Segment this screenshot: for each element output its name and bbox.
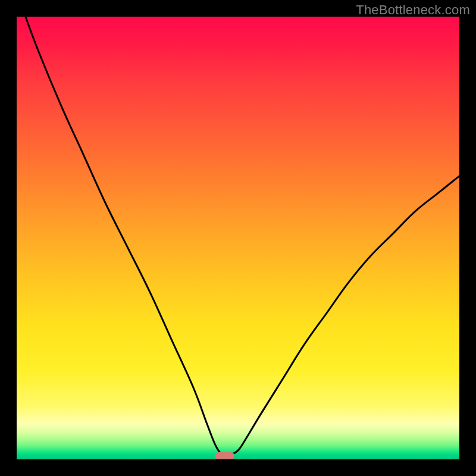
chart-frame: TheBottleneck.com bbox=[0, 0, 476, 476]
watermark-text: TheBottleneck.com bbox=[356, 2, 470, 18]
bottleneck-curve bbox=[17, 17, 459, 459]
plot-area bbox=[17, 17, 459, 459]
optimal-marker bbox=[215, 452, 234, 459]
